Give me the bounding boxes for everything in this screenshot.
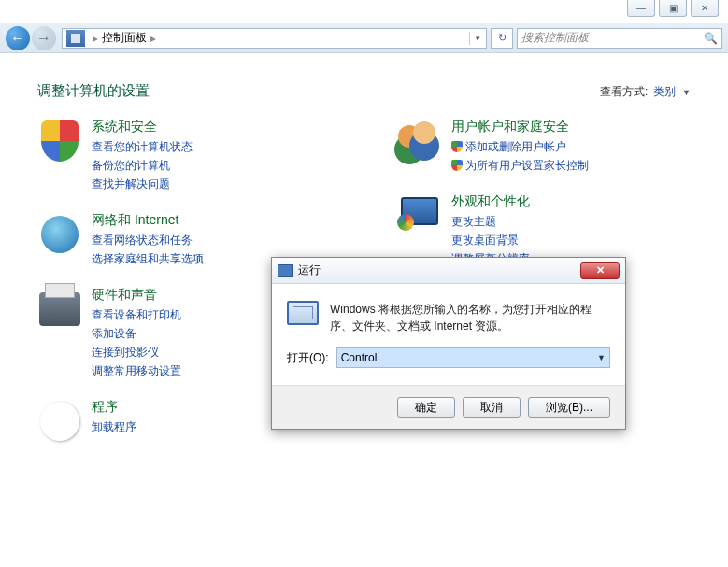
breadcrumb[interactable]: 控制面板 (102, 30, 147, 46)
page-title: 调整计算机的设置 (37, 82, 150, 100)
category-link[interactable]: 卸载程序 (92, 419, 136, 435)
svg-rect-0 (71, 34, 80, 43)
category-link[interactable]: 添加设备 (92, 326, 181, 342)
close-button[interactable]: ✕ (691, 0, 719, 17)
category-system-security: 系统和安全 查看您的计算机状态 备份您的计算机 查找并解决问题 (37, 119, 332, 195)
category-title[interactable]: 系统和安全 (92, 119, 193, 135)
chevron-down-icon[interactable]: ▼ (597, 353, 606, 362)
category-title[interactable]: 网络和 Internet (92, 212, 204, 229)
shield-icon (37, 119, 82, 163)
category-link[interactable]: 查找并解决问题 (92, 177, 193, 192)
category-link[interactable]: 备份您的计算机 (92, 158, 193, 174)
uac-shield-icon (451, 160, 463, 171)
ok-button[interactable]: 确定 (397, 397, 455, 418)
category-title[interactable]: 程序 (92, 399, 136, 416)
search-placeholder: 搜索控制面板 (521, 30, 589, 46)
search-input[interactable]: 搜索控制面板 🔍 (517, 28, 722, 49)
minimize-button[interactable]: — (627, 0, 655, 17)
category-link[interactable]: 查看您的计算机状态 (92, 139, 193, 155)
category-link[interactable]: 查看设备和打印机 (92, 307, 181, 323)
control-panel-icon (66, 30, 85, 47)
nav-back-button[interactable]: ← (6, 26, 30, 50)
cancel-button[interactable]: 取消 (463, 397, 521, 418)
chevron-down-icon: ▼ (682, 88, 691, 97)
category-title[interactable]: 外观和个性化 (451, 193, 530, 210)
browse-button[interactable]: 浏览(B)... (528, 397, 610, 418)
category-link[interactable]: 添加或删除用户帐户 (451, 139, 589, 155)
category-title[interactable]: 用户帐户和家庭安全 (451, 119, 589, 135)
category-title[interactable]: 硬件和声音 (92, 287, 181, 304)
category-users: 用户帐户和家庭安全 添加或删除用户帐户 为所有用户设置家长控制 (397, 119, 692, 177)
maximize-button[interactable]: ▣ (659, 0, 687, 17)
run-icon (278, 264, 293, 277)
run-close-button[interactable]: ✕ (580, 262, 620, 279)
disc-icon (37, 399, 82, 444)
breadcrumb-sep-icon: ▸ (147, 32, 160, 45)
refresh-button[interactable]: ↻ (491, 28, 513, 49)
printer-icon (37, 287, 82, 332)
run-dialog: 运行 ✕ Windows 将根据您所输入的名称，为您打开相应的程序、文件夹、文档… (271, 257, 626, 430)
run-titlebar[interactable]: 运行 ✕ (272, 258, 625, 284)
search-icon: 🔍 (704, 32, 718, 45)
category-link[interactable]: 查看网络状态和任务 (92, 233, 204, 248)
category-link[interactable]: 更改桌面背景 (451, 233, 530, 248)
users-icon (397, 119, 442, 163)
monitor-icon (397, 193, 442, 238)
run-app-icon (287, 301, 319, 329)
category-link[interactable]: 为所有用户设置家长控制 (451, 158, 589, 174)
category-link[interactable]: 调整常用移动设置 (92, 363, 181, 379)
run-open-input[interactable]: Control ▼ (336, 347, 610, 368)
run-description: Windows 将根据您所输入的名称，为您打开相应的程序、文件夹、文档或 Int… (330, 301, 610, 334)
nav-forward-button[interactable]: → (32, 26, 56, 50)
breadcrumb-sep-icon: ▸ (89, 32, 102, 45)
view-by[interactable]: 查看方式: 类别 ▼ (600, 84, 691, 100)
address-bar[interactable]: ▸ 控制面板 ▸ ▾ (62, 28, 487, 49)
category-link[interactable]: 选择家庭组和共享选项 (92, 251, 204, 267)
globe-icon (37, 212, 82, 257)
category-link[interactable]: 更改主题 (451, 214, 530, 230)
explorer-navbar: ← → ▸ 控制面板 ▸ ▾ ↻ 搜索控制面板 🔍 (0, 23, 728, 53)
uac-shield-icon (451, 141, 463, 152)
run-title-text: 运行 (298, 262, 321, 278)
category-link[interactable]: 连接到投影仪 (92, 345, 181, 361)
address-dropdown-icon[interactable]: ▾ (469, 32, 486, 45)
run-open-label: 打开(O): (287, 350, 329, 366)
